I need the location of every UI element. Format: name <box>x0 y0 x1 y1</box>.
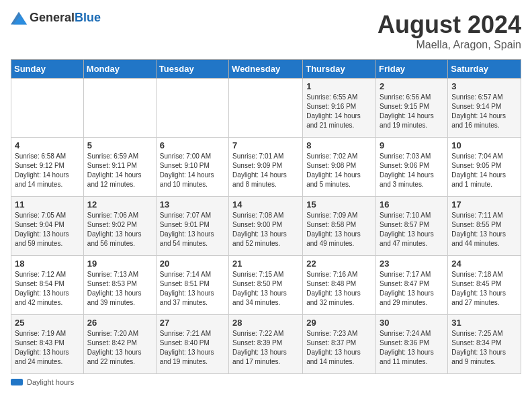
day-info: Sunrise: 7:12 AM Sunset: 8:54 PM Dayligh… <box>15 270 80 308</box>
day-number: 20 <box>160 259 225 269</box>
weekday-row: SundayMondayTuesdayWednesdayThursdayFrid… <box>11 60 521 79</box>
week-row-2: 4Sunrise: 6:58 AM Sunset: 9:12 PM Daylig… <box>11 138 521 197</box>
day-info: Sunrise: 7:16 AM Sunset: 8:48 PM Dayligh… <box>306 270 372 308</box>
weekday-header-wednesday: Wednesday <box>229 60 303 79</box>
day-info: Sunrise: 7:07 AM Sunset: 9:01 PM Dayligh… <box>160 211 225 248</box>
day-cell: 21Sunrise: 7:15 AM Sunset: 8:50 PM Dayli… <box>229 256 303 315</box>
day-number: 14 <box>232 199 299 210</box>
day-info: Sunrise: 7:00 AM Sunset: 9:10 PM Dayligh… <box>160 152 225 189</box>
day-number: 4 <box>15 140 80 150</box>
logo-general: General <box>30 11 75 24</box>
day-cell: 25Sunrise: 7:19 AM Sunset: 8:43 PM Dayli… <box>11 315 84 374</box>
weekday-header-sunday: Sunday <box>11 60 84 79</box>
day-cell: 6Sunrise: 7:00 AM Sunset: 9:10 PM Daylig… <box>156 138 228 197</box>
day-cell: 27Sunrise: 7:21 AM Sunset: 8:40 PM Dayli… <box>156 315 228 374</box>
week-row-5: 25Sunrise: 7:19 AM Sunset: 8:43 PM Dayli… <box>11 315 521 374</box>
month-year: August 2024 <box>378 11 521 39</box>
week-row-4: 18Sunrise: 7:12 AM Sunset: 8:54 PM Dayli… <box>11 256 521 315</box>
day-number: 2 <box>380 81 444 91</box>
day-number: 23 <box>380 259 444 269</box>
day-info: Sunrise: 7:18 AM Sunset: 8:45 PM Dayligh… <box>451 270 517 308</box>
day-info: Sunrise: 7:01 AM Sunset: 9:09 PM Dayligh… <box>232 152 299 189</box>
day-info: Sunrise: 7:21 AM Sunset: 8:40 PM Dayligh… <box>160 329 225 367</box>
day-cell: 24Sunrise: 7:18 AM Sunset: 8:45 PM Dayli… <box>448 256 521 315</box>
day-number: 6 <box>160 140 225 150</box>
week-row-3: 11Sunrise: 7:05 AM Sunset: 9:04 PM Dayli… <box>11 197 521 256</box>
day-cell: 23Sunrise: 7:17 AM Sunset: 8:47 PM Dayli… <box>376 256 448 315</box>
day-cell: 28Sunrise: 7:22 AM Sunset: 8:39 PM Dayli… <box>229 315 303 374</box>
location: Maella, Aragon, Spain <box>378 39 521 51</box>
day-number: 3 <box>451 81 517 91</box>
day-cell: 30Sunrise: 7:24 AM Sunset: 8:36 PM Dayli… <box>376 315 448 374</box>
week-row-1: 1Sunrise: 6:55 AM Sunset: 9:16 PM Daylig… <box>11 79 521 138</box>
day-number: 26 <box>87 318 152 328</box>
day-number: 30 <box>380 318 444 328</box>
day-number: 7 <box>232 140 299 150</box>
day-cell: 3Sunrise: 6:57 AM Sunset: 9:14 PM Daylig… <box>448 79 521 138</box>
day-info: Sunrise: 7:09 AM Sunset: 8:58 PM Dayligh… <box>306 211 372 248</box>
day-number: 31 <box>451 318 517 328</box>
weekday-header-thursday: Thursday <box>303 60 376 79</box>
day-number: 19 <box>87 259 152 269</box>
day-number: 10 <box>451 140 517 150</box>
day-cell: 19Sunrise: 7:13 AM Sunset: 8:53 PM Dayli… <box>83 256 156 315</box>
day-cell: 22Sunrise: 7:16 AM Sunset: 8:48 PM Dayli… <box>303 256 376 315</box>
day-info: Sunrise: 7:19 AM Sunset: 8:43 PM Dayligh… <box>15 329 80 367</box>
day-number: 25 <box>15 318 80 328</box>
day-cell <box>229 79 303 138</box>
day-cell: 11Sunrise: 7:05 AM Sunset: 9:04 PM Dayli… <box>11 197 84 256</box>
day-number: 24 <box>451 259 517 269</box>
day-number: 16 <box>380 199 444 210</box>
day-number: 13 <box>160 199 225 210</box>
day-cell: 31Sunrise: 7:25 AM Sunset: 8:34 PM Dayli… <box>448 315 521 374</box>
day-info: Sunrise: 6:58 AM Sunset: 9:12 PM Dayligh… <box>15 152 80 189</box>
weekday-header-monday: Monday <box>83 60 156 79</box>
calendar-table: SundayMondayTuesdayWednesdayThursdayFrid… <box>11 59 521 374</box>
day-info: Sunrise: 7:17 AM Sunset: 8:47 PM Dayligh… <box>380 270 444 308</box>
day-cell <box>83 79 156 138</box>
day-number: 5 <box>87 140 152 150</box>
weekday-header-saturday: Saturday <box>448 60 521 79</box>
day-number: 27 <box>160 318 225 328</box>
day-info: Sunrise: 7:15 AM Sunset: 8:50 PM Dayligh… <box>232 270 299 308</box>
day-cell: 17Sunrise: 7:11 AM Sunset: 8:55 PM Dayli… <box>448 197 521 256</box>
daylight-bar-icon <box>11 379 23 385</box>
day-number: 8 <box>306 140 372 150</box>
day-info: Sunrise: 7:02 AM Sunset: 9:08 PM Dayligh… <box>306 152 372 189</box>
logo-blue: Blue <box>75 11 101 24</box>
day-cell: 1Sunrise: 6:55 AM Sunset: 9:16 PM Daylig… <box>303 79 376 138</box>
day-number: 15 <box>306 199 372 210</box>
calendar-header: SundayMondayTuesdayWednesdayThursdayFrid… <box>11 60 521 79</box>
day-number: 9 <box>380 140 444 150</box>
day-cell <box>11 79 84 138</box>
day-info: Sunrise: 7:24 AM Sunset: 8:36 PM Dayligh… <box>380 329 444 367</box>
day-number: 1 <box>306 81 372 91</box>
day-info: Sunrise: 7:23 AM Sunset: 8:37 PM Dayligh… <box>306 329 372 367</box>
day-info: Sunrise: 7:08 AM Sunset: 9:00 PM Dayligh… <box>232 211 299 248</box>
day-info: Sunrise: 6:57 AM Sunset: 9:14 PM Dayligh… <box>451 93 517 130</box>
weekday-header-tuesday: Tuesday <box>156 60 228 79</box>
logo: GeneralBlue <box>11 11 101 25</box>
day-info: Sunrise: 7:04 AM Sunset: 9:05 PM Dayligh… <box>451 152 517 189</box>
page-header: GeneralBlue August 2024 Maella, Aragon, … <box>11 11 521 51</box>
day-info: Sunrise: 7:25 AM Sunset: 8:34 PM Dayligh… <box>451 329 517 367</box>
calendar-body: 1Sunrise: 6:55 AM Sunset: 9:16 PM Daylig… <box>11 79 521 374</box>
day-cell: 10Sunrise: 7:04 AM Sunset: 9:05 PM Dayli… <box>448 138 521 197</box>
day-info: Sunrise: 6:56 AM Sunset: 9:15 PM Dayligh… <box>380 93 444 130</box>
day-cell: 5Sunrise: 6:59 AM Sunset: 9:11 PM Daylig… <box>83 138 156 197</box>
day-number: 12 <box>87 199 152 210</box>
day-cell: 7Sunrise: 7:01 AM Sunset: 9:09 PM Daylig… <box>229 138 303 197</box>
day-cell: 15Sunrise: 7:09 AM Sunset: 8:58 PM Dayli… <box>303 197 376 256</box>
day-info: Sunrise: 7:05 AM Sunset: 9:04 PM Dayligh… <box>15 211 80 248</box>
footer: Daylight hours <box>11 378 521 386</box>
day-info: Sunrise: 7:03 AM Sunset: 9:06 PM Dayligh… <box>380 152 444 189</box>
day-number: 18 <box>15 259 80 269</box>
day-cell: 20Sunrise: 7:14 AM Sunset: 8:51 PM Dayli… <box>156 256 228 315</box>
day-cell: 26Sunrise: 7:20 AM Sunset: 8:42 PM Dayli… <box>83 315 156 374</box>
day-info: Sunrise: 7:06 AM Sunset: 9:02 PM Dayligh… <box>87 211 152 248</box>
day-info: Sunrise: 7:20 AM Sunset: 8:42 PM Dayligh… <box>87 329 152 367</box>
day-cell: 2Sunrise: 6:56 AM Sunset: 9:15 PM Daylig… <box>376 79 448 138</box>
day-info: Sunrise: 7:10 AM Sunset: 8:57 PM Dayligh… <box>380 211 444 248</box>
day-cell: 9Sunrise: 7:03 AM Sunset: 9:06 PM Daylig… <box>376 138 448 197</box>
day-number: 22 <box>306 259 372 269</box>
